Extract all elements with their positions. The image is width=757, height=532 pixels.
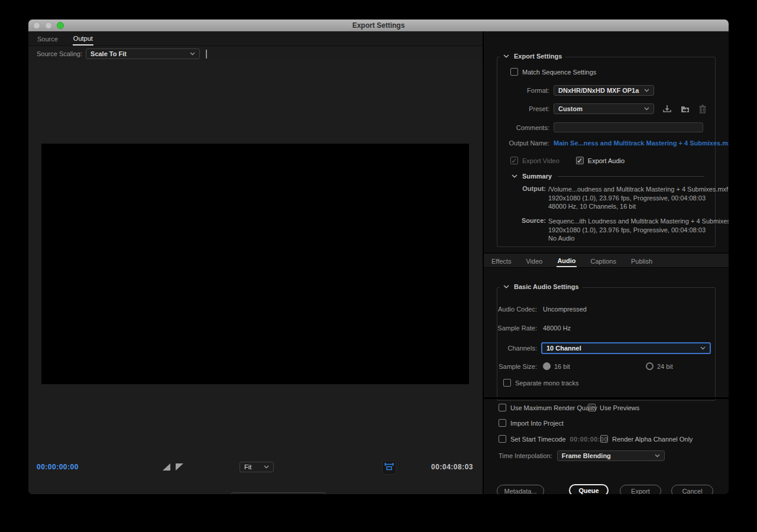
- chevron-down-icon: [190, 52, 195, 56]
- comments-row: Comments:: [497, 122, 715, 132]
- summary-source-block: Source: Sequenc...ith Loudness and Multi…: [497, 217, 715, 243]
- source-scaling-value: Scale To Fit: [90, 50, 127, 57]
- radio-16bit[interactable]: [543, 362, 551, 370]
- radio-24bit-label: 24 bit: [657, 363, 673, 370]
- toolbar-divider: [206, 50, 207, 59]
- current-timecode[interactable]: 00:00:00:00: [37, 463, 79, 471]
- set-start-timecode-row[interactable]: ✓ Set Start Timecode 00:00:00:00: [499, 435, 608, 443]
- crop-icon: [384, 462, 394, 473]
- summary-output-block: Output: /Volume...oudness and Multitrack…: [497, 185, 715, 211]
- zoom-level-value: Fit: [244, 463, 251, 471]
- comments-input[interactable]: [554, 122, 703, 132]
- channels-select[interactable]: 10 Channel: [541, 342, 711, 354]
- basic-audio-settings-header[interactable]: Basic Audio Settings: [500, 283, 583, 290]
- summary-source-line: Sequenc...ith Loudness and Multitrack Ma…: [548, 217, 729, 226]
- close-button[interactable]: [33, 22, 40, 29]
- chevron-down-icon: [655, 454, 660, 458]
- preset-select[interactable]: Custom: [554, 103, 654, 114]
- export-video-checkbox-row[interactable]: ✓ Export Video: [510, 157, 559, 164]
- export-video-checkbox[interactable]: ✓: [510, 157, 518, 164]
- radio-16bit-label: 16 bit: [554, 363, 570, 370]
- comments-label: Comments:: [497, 124, 549, 131]
- channels-value: 10 Channel: [546, 345, 581, 352]
- save-preset-icon[interactable]: [662, 105, 672, 113]
- use-previews-checkbox[interactable]: ✓: [588, 404, 596, 411]
- preset-row: Preset: Custom: [497, 103, 715, 114]
- source-scaling-select[interactable]: Scale To Fit: [86, 48, 200, 59]
- tab-source[interactable]: Source: [37, 33, 59, 45]
- render-alpha-label: Render Alpha Channel Only: [612, 436, 693, 443]
- summary-header[interactable]: Summary: [512, 173, 704, 180]
- import-preset-icon[interactable]: [680, 105, 690, 113]
- source-scaling-label: Source Scaling:: [37, 50, 82, 57]
- cancel-button[interactable]: Cancel: [671, 485, 713, 494]
- use-max-quality-checkbox[interactable]: ✓: [499, 404, 506, 411]
- summary-output-line: /Volume...oudness and Multitrack Masteri…: [548, 185, 728, 194]
- format-value: DNxHR/DNxHD MXF OP1a: [558, 87, 639, 94]
- format-select[interactable]: DNxHR/DNxHD MXF OP1a: [554, 85, 654, 96]
- output-name-link[interactable]: Main Se...ness and Multitrack Mastering …: [554, 140, 729, 147]
- crop-button[interactable]: [382, 460, 396, 475]
- summary-rule: [558, 176, 704, 177]
- tab-output[interactable]: Output: [73, 32, 93, 46]
- source-range-select[interactable]: Sequence In/Out: [231, 492, 326, 494]
- queue-button[interactable]: Queue: [569, 484, 609, 494]
- summary-output-text: /Volume...oudness and Multitrack Masteri…: [548, 185, 728, 211]
- separate-mono-checkbox[interactable]: ✓: [503, 379, 511, 387]
- import-into-project-row[interactable]: ✓ Import Into Project: [499, 419, 564, 427]
- audio-codec-value: Uncompressed: [543, 306, 587, 313]
- use-max-quality-row[interactable]: ✓ Use Maximum Render Quality: [499, 404, 597, 411]
- set-out-point-icon[interactable]: [176, 463, 183, 471]
- tab-audio[interactable]: Audio: [557, 254, 576, 267]
- export-audio-checkbox-row[interactable]: ✓ Export Audio: [576, 157, 625, 164]
- collapse-chevron-icon: [503, 54, 509, 58]
- tab-video[interactable]: Video: [525, 255, 543, 267]
- export-settings-header[interactable]: Export Settings: [500, 53, 565, 60]
- output-name-label: Output Name:: [497, 140, 549, 147]
- match-sequence-label: Match Sequence Settings: [522, 69, 596, 76]
- duration-timecode: 00:04:08:03: [431, 463, 473, 471]
- output-name-row: Output Name: Main Se...ness and Multitra…: [497, 140, 715, 147]
- radio-24bit[interactable]: [646, 362, 654, 370]
- use-previews-label: Use Previews: [600, 404, 639, 411]
- source-scaling-toolbar: Source Scaling: Scale To Fit: [28, 47, 483, 61]
- zoom-level-select[interactable]: Fit: [240, 462, 274, 472]
- import-into-project-checkbox[interactable]: ✓: [499, 419, 506, 427]
- separate-mono-checkbox-row[interactable]: ✓ Separate mono tracks: [503, 379, 579, 387]
- use-max-quality-label: Use Maximum Render Quality: [510, 404, 597, 411]
- basic-audio-settings-title: Basic Audio Settings: [514, 283, 579, 290]
- preset-value: Custom: [558, 105, 583, 112]
- time-interpolation-select[interactable]: Frame Blending: [557, 450, 665, 461]
- match-sequence-checkbox-row[interactable]: ✓ Match Sequence Settings: [510, 68, 596, 76]
- export-audio-checkbox[interactable]: ✓: [576, 157, 584, 164]
- audio-codec-row: Audio Codec: Uncompressed: [497, 306, 715, 313]
- sample-size-label: Sample Size:: [497, 363, 537, 370]
- channels-label: Channels:: [497, 345, 537, 352]
- section-divider: [484, 397, 729, 399]
- summary-source-label: Source:: [497, 217, 546, 243]
- render-alpha-row[interactable]: ✓ Render Alpha Channel Only: [600, 435, 693, 443]
- use-previews-row[interactable]: ✓ Use Previews: [588, 404, 639, 411]
- chevron-down-icon: [644, 89, 649, 92]
- summary-source-line: No Audio: [548, 234, 729, 243]
- separate-mono-label: Separate mono tracks: [515, 379, 579, 387]
- tab-publish[interactable]: Publish: [630, 255, 653, 267]
- summary-source-line: 1920x1080 (1.0), 23.976 fps, Progressive…: [548, 226, 729, 235]
- render-alpha-checkbox[interactable]: ✓: [600, 435, 608, 443]
- audio-codec-label: Audio Codec:: [497, 306, 537, 313]
- match-sequence-checkbox[interactable]: ✓: [510, 68, 518, 76]
- tab-effects[interactable]: Effects: [491, 255, 512, 267]
- time-interpolation-row: Time Interpolation: Frame Blending: [499, 450, 665, 461]
- title-bar[interactable]: Export Settings: [28, 20, 729, 31]
- set-start-timecode-checkbox[interactable]: ✓: [499, 435, 506, 443]
- minimize-button[interactable]: [45, 22, 52, 29]
- export-button[interactable]: Export: [620, 485, 661, 494]
- metadata-button[interactable]: Metadata...: [497, 485, 544, 494]
- set-in-point-icon[interactable]: [163, 463, 170, 471]
- zoom-button[interactable]: [57, 22, 64, 29]
- tab-captions[interactable]: Captions: [590, 255, 617, 267]
- time-interpolation-value: Frame Blending: [562, 452, 611, 459]
- summary-title: Summary: [522, 173, 552, 180]
- video-preview: [41, 144, 469, 384]
- delete-preset-icon[interactable]: [698, 105, 707, 113]
